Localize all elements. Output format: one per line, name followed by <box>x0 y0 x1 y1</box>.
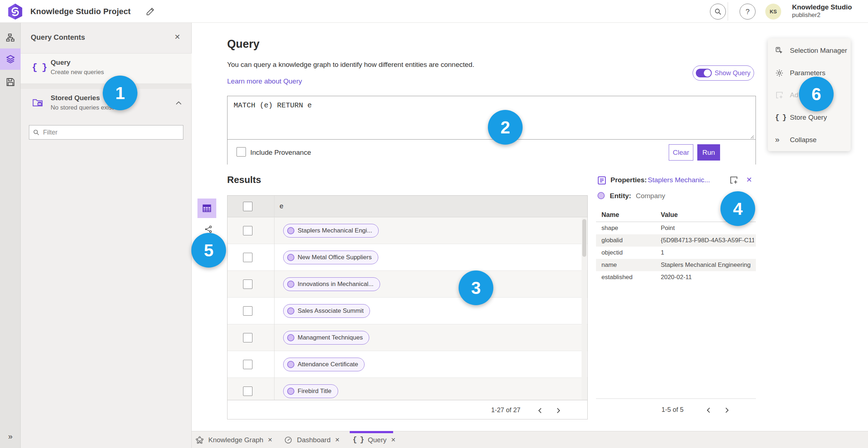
properties-entity-link[interactable]: Staplers Mechanic... <box>648 176 710 184</box>
collapse-section-button[interactable] <box>175 101 182 107</box>
table-view-toggle-selected[interactable] <box>197 199 216 218</box>
help-button[interactable]: ? <box>740 4 756 20</box>
annotation-badge-3: 3 <box>459 270 493 305</box>
panel-title: Query Contents <box>31 33 85 42</box>
knowledge-graph-icon <box>195 436 204 444</box>
entity-dot-icon <box>287 281 294 288</box>
filter-input[interactable] <box>43 129 179 136</box>
include-provenance-label: Include Provenance <box>250 149 311 157</box>
tab-close-icon[interactable]: ✕ <box>268 436 272 443</box>
tab-knowledge-graph[interactable]: Knowledge Graph ✕ <box>195 431 273 448</box>
row-checkbox[interactable] <box>243 306 252 316</box>
results-range-label: 1-27 of 27 <box>491 406 520 414</box>
resize-grip-icon[interactable] <box>749 134 754 139</box>
result-row: Staplers Mechanical Engi... <box>227 217 587 244</box>
left-icon-rail: » <box>0 23 21 448</box>
rail-item-layers-selected[interactable] <box>0 48 21 70</box>
selection-manager-item[interactable]: Selection Manager <box>768 42 851 59</box>
include-provenance-checkbox[interactable] <box>237 147 246 157</box>
annotation-badge-2: 2 <box>488 110 523 145</box>
results-next-page-button[interactable] <box>554 406 563 415</box>
entity-dot-icon <box>287 307 294 315</box>
top-bar: Knowledge Studio Project ? KS Knowledge … <box>0 0 868 23</box>
property-row: name Staplers Mechanical Engineering <box>596 259 756 271</box>
results-table: e Staplers Mechanical Engi... New Metal … <box>227 195 588 419</box>
chevron-left-icon <box>538 408 542 414</box>
result-row: Sales Associate Summit <box>227 298 587 324</box>
column-header-e: e <box>280 202 284 210</box>
rail-item-data-model[interactable] <box>0 27 21 48</box>
search-icon <box>33 129 39 136</box>
contents-item-query[interactable]: { } Query Create new queries <box>21 54 192 84</box>
entity-pill[interactable]: Sales Associate Summit <box>283 304 370 318</box>
properties-doc-icon <box>597 175 607 185</box>
properties-next-page-button[interactable] <box>723 406 731 414</box>
store-query-item[interactable]: { } Store Query <box>768 109 851 126</box>
chevron-right-icon <box>725 407 729 413</box>
annotation-badge-4: 4 <box>720 191 755 226</box>
learn-more-link[interactable]: Learn more about Query <box>227 77 302 85</box>
row-checkbox[interactable] <box>243 387 252 396</box>
entity-pill[interactable]: Staplers Mechanical Engi... <box>283 224 379 238</box>
results-scrollbar[interactable] <box>582 218 587 400</box>
edit-title-pencil-icon[interactable] <box>145 7 155 16</box>
property-row: globalid {5D9B4713-F98D-4A53-A59F-C11... <box>596 234 756 247</box>
user-name: Knowledge Studio <box>792 3 852 12</box>
row-checkbox[interactable] <box>243 360 252 369</box>
run-button[interactable]: Run <box>697 144 720 161</box>
annotation-badge-6: 6 <box>799 77 834 111</box>
row-checkbox[interactable] <box>243 280 252 289</box>
show-query-toggle[interactable]: Show Query <box>693 65 754 81</box>
dashboard-gauge-icon <box>284 436 293 444</box>
entity-pill[interactable]: Innovations in Mechanical... <box>283 277 380 291</box>
search-button[interactable] <box>710 4 726 20</box>
rail-item-save[interactable] <box>0 71 21 93</box>
tab-close-icon[interactable]: ✕ <box>335 436 340 443</box>
toggle-switch-on[interactable] <box>696 69 712 77</box>
link-chart-icon <box>204 225 213 234</box>
clear-button[interactable]: Clear <box>669 144 693 161</box>
expand-rail-button[interactable]: » <box>0 426 21 447</box>
tab-dashboard[interactable]: Dashboard ✕ <box>284 431 340 448</box>
collapse-menu-item[interactable]: » Collapse <box>768 131 851 149</box>
row-checkbox[interactable] <box>243 226 252 235</box>
entity-pill[interactable]: Firebird Title <box>283 384 338 398</box>
show-query-label: Show Query <box>715 69 750 77</box>
entity-dot-icon <box>287 361 294 368</box>
toggle-knob <box>704 69 711 77</box>
table-icon <box>202 203 212 213</box>
add-to-new-button[interactable] <box>729 175 739 186</box>
results-table-header: e <box>227 196 587 217</box>
panel-close-icon[interactable]: ✕ <box>174 33 180 41</box>
entity-label: Entity: <box>610 192 631 200</box>
avatar-initials: KS <box>770 9 776 14</box>
user-avatar[interactable]: KS <box>765 4 781 20</box>
select-all-checkbox[interactable] <box>243 202 252 211</box>
result-row: Managment Techniques <box>227 324 587 351</box>
result-row: Attendance Certificate <box>227 351 587 378</box>
entity-pill[interactable]: Managment Techniques <box>283 331 369 345</box>
braces-icon: { } <box>775 114 784 122</box>
save-icon <box>6 77 15 87</box>
row-checkbox[interactable] <box>243 253 252 262</box>
name-column-header: Name <box>601 211 619 219</box>
query-page-heading: Query <box>227 38 260 51</box>
results-prev-page-button[interactable] <box>535 406 544 415</box>
entity-pill[interactable]: Attendance Certificate <box>283 358 365 371</box>
row-checkbox[interactable] <box>243 333 252 342</box>
scrollbar-thumb[interactable] <box>582 219 586 257</box>
result-row: New Metal Office Suppliers <box>227 244 587 271</box>
tab-query-active[interactable]: { } Query ✕ <box>353 431 396 448</box>
query-description: You can query a knowledge graph to ident… <box>227 61 474 69</box>
collapse-chevrons-icon: » <box>775 135 784 145</box>
property-row: established 2020-02-11 <box>596 271 756 283</box>
property-row: objectid 1 <box>596 247 756 259</box>
properties-prev-page-button[interactable] <box>704 406 712 414</box>
tab-close-icon[interactable]: ✕ <box>391 436 396 443</box>
add-to-new-icon <box>775 91 784 99</box>
properties-close-icon[interactable]: ✕ <box>746 175 752 184</box>
search-icon <box>714 8 722 15</box>
properties-range-label: 1-5 of 5 <box>661 406 684 414</box>
entity-dot-icon <box>287 388 294 395</box>
entity-pill[interactable]: New Metal Office Suppliers <box>283 251 378 264</box>
